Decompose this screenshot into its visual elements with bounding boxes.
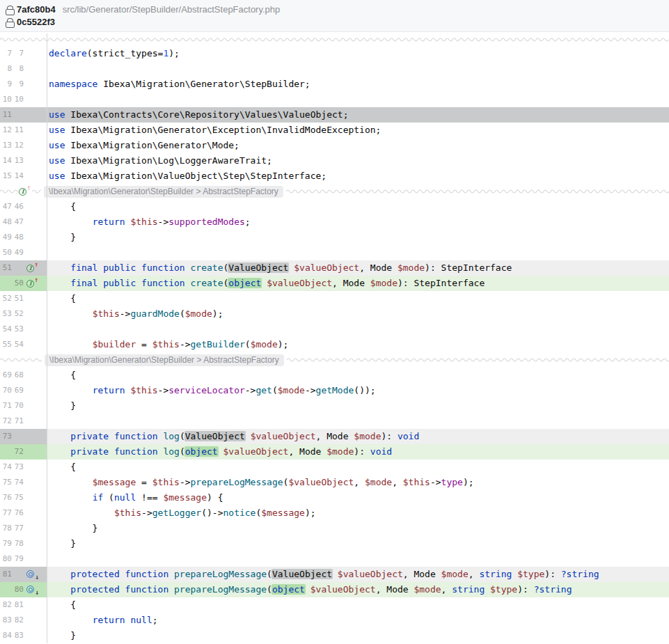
- code-line[interactable]: 4746 {: [0, 199, 669, 214]
- code-text[interactable]: [47, 92, 669, 107]
- old-line-number: 79: [1, 536, 12, 551]
- new-line-number: 49: [13, 245, 24, 260]
- collapsed-region-separator[interactable]: I↑\Ibexa\Migration\Generator\StepBuilder…: [0, 184, 669, 199]
- code-text[interactable]: }: [47, 521, 669, 536]
- diff-gutter: 8382: [0, 613, 47, 628]
- code-text[interactable]: return $this->serviceLocator->get($mode-…: [47, 383, 669, 398]
- implements-interface-member-icon[interactable]: I↑: [26, 278, 40, 289]
- code-text[interactable]: $message = $this->prepareLogMessage($val…: [47, 475, 669, 490]
- old-line-number: 54: [1, 322, 12, 337]
- code-line[interactable]: 51I↑ final public function create(ValueO…: [0, 260, 669, 276]
- code-text[interactable]: return null;: [47, 613, 669, 628]
- code-text[interactable]: $this->guardMode($mode);: [47, 306, 669, 322]
- code-text[interactable]: $this->getLogger()->notice($message);: [47, 505, 669, 521]
- code-line[interactable]: 7271: [0, 414, 669, 429]
- code-line[interactable]: 11use Ibexa\Contracts\Core\Repository\Va…: [0, 107, 669, 123]
- code-line[interactable]: 81↓ protected function prepareLogMessage…: [0, 567, 669, 582]
- code-text[interactable]: }: [47, 536, 669, 551]
- diff-gutter: 8281: [0, 597, 47, 613]
- code-text[interactable]: }: [47, 230, 669, 245]
- code-text[interactable]: {: [47, 597, 669, 613]
- code-line[interactable]: 50I↑ final public function create(object…: [0, 276, 669, 291]
- code-line[interactable]: 4948 }: [0, 230, 669, 245]
- code-text[interactable]: [47, 551, 669, 567]
- old-line-number: 7: [1, 46, 12, 61]
- code-text[interactable]: private function log(ValueObject $valueO…: [47, 429, 669, 444]
- code-text[interactable]: private function log(object $valueObject…: [47, 444, 669, 460]
- code-line[interactable]: 7776 $this->getLogger()->notice($message…: [0, 505, 669, 521]
- old-line-number: 76: [1, 490, 12, 505]
- code-text[interactable]: use Ibexa\Contracts\Core\Repository\Valu…: [47, 107, 669, 123]
- method-is-overridden-icon[interactable]: ↓: [26, 584, 40, 595]
- code-text[interactable]: declare(strict_types=1);: [47, 46, 669, 61]
- code-text[interactable]: [47, 414, 669, 429]
- code-text[interactable]: {: [47, 368, 669, 383]
- gutter-icon-slot: [26, 462, 42, 473]
- code-text[interactable]: use Ibexa\Migration\Generator\Exception\…: [47, 123, 669, 138]
- gutter-icon-slot: [26, 508, 42, 519]
- code-line[interactable]: 8281 {: [0, 597, 669, 613]
- code-line[interactable]: 5049: [0, 245, 669, 260]
- code-line[interactable]: 7069 return $this->serviceLocator->get($…: [0, 383, 669, 398]
- code-line[interactable]: 1312use Ibexa\Migration\Generator\Mode;: [0, 138, 669, 153]
- code-text[interactable]: final public function create(ValueObject…: [47, 260, 669, 276]
- code-line[interactable]: 8483 }: [0, 628, 669, 643]
- code-text[interactable]: protected function prepareLogMessage(Val…: [47, 567, 669, 582]
- code-text[interactable]: namespace Ibexa\Migration\Generator\Step…: [47, 77, 669, 92]
- code-text[interactable]: [47, 245, 669, 260]
- code-line[interactable]: 1514use Ibexa\Migration\ValueObject\Step…: [0, 168, 669, 184]
- code-text[interactable]: [47, 322, 669, 337]
- code-text[interactable]: {: [47, 199, 669, 214]
- gutter-icon-slot: [26, 324, 42, 335]
- code-line[interactable]: 5251 {: [0, 291, 669, 306]
- code-text[interactable]: [47, 61, 669, 77]
- code-text[interactable]: {: [47, 460, 669, 475]
- code-line[interactable]: 7877 }: [0, 521, 669, 536]
- code-line[interactable]: 7574 $message = $this->prepareLogMessage…: [0, 475, 669, 490]
- code-line[interactable]: 5453: [0, 322, 669, 337]
- code-text[interactable]: if (null !== $message) {: [47, 490, 669, 505]
- method-is-overridden-icon[interactable]: ↓: [26, 569, 40, 580]
- lock-icon: [6, 6, 13, 14]
- code-line[interactable]: 4847 return $this->supportedModes;: [0, 214, 669, 230]
- code-line[interactable]: 1211use Ibexa\Migration\Generator\Except…: [0, 123, 669, 138]
- code-line[interactable]: 72 private function log(object $valueObj…: [0, 444, 669, 460]
- code-text[interactable]: }: [47, 398, 669, 414]
- code-text[interactable]: final public function create(object $val…: [47, 276, 669, 291]
- new-line-number: 70: [13, 398, 24, 414]
- code-text[interactable]: use Ibexa\Migration\Generator\Mode;: [47, 138, 669, 153]
- code-line[interactable]: 7170 }: [0, 398, 669, 414]
- code-text[interactable]: protected function prepareLogMessage(obj…: [47, 582, 669, 597]
- code-line[interactable]: 6968 {: [0, 368, 669, 383]
- code-line[interactable]: 5352 $this->guardMode($mode);: [0, 306, 669, 322]
- code-text[interactable]: }: [47, 628, 669, 643]
- diff-gutter: 7574: [0, 475, 47, 490]
- code-line[interactable]: 99namespace Ibexa\Migration\Generator\St…: [0, 77, 669, 92]
- code-line[interactable]: 8382 return null;: [0, 613, 669, 628]
- code-text[interactable]: use Ibexa\Migration\Log\LoggerAwareTrait…: [47, 153, 669, 168]
- gutter-icon-slot: [26, 94, 42, 105]
- gutter-icon-slot: [26, 125, 42, 136]
- implements-interface-member-icon[interactable]: I↑: [18, 186, 32, 197]
- diff-gutter: 11: [0, 107, 47, 123]
- code-text[interactable]: use Ibexa\Migration\ValueObject\Step\Ste…: [47, 168, 669, 184]
- code-line[interactable]: 88: [0, 61, 669, 77]
- code-text[interactable]: return $this->supportedModes;: [47, 214, 669, 230]
- code-line[interactable]: 73 private function log(ValueObject $val…: [0, 429, 669, 444]
- code-line[interactable]: 77declare(strict_types=1);: [0, 46, 669, 61]
- code-line[interactable]: 8079: [0, 551, 669, 567]
- collapsed-region-separator[interactable]: \Ibexa\Migration\Generator\StepBuilder >…: [0, 352, 669, 368]
- collapsed-region-separator[interactable]: [0, 33, 669, 46]
- implements-interface-member-icon[interactable]: I↑: [26, 262, 40, 274]
- code-line[interactable]: 80↓ protected function prepareLogMessage…: [0, 582, 669, 597]
- code-line[interactable]: 1413use Ibexa\Migration\Log\LoggerAwareT…: [0, 153, 669, 168]
- code-text[interactable]: {: [47, 291, 669, 306]
- code-line[interactable]: 1010: [0, 92, 669, 107]
- code-line[interactable]: 7473 {: [0, 460, 669, 475]
- code-line[interactable]: 7675 if (null !== $message) {: [0, 490, 669, 505]
- old-line-number: 52: [1, 291, 12, 306]
- code-text[interactable]: $builder = $this->getBuilder($mode);: [47, 337, 669, 352]
- code-line[interactable]: 5554 $builder = $this->getBuilder($mode)…: [0, 337, 669, 352]
- code-line[interactable]: 7978 }: [0, 536, 669, 551]
- new-line-number: 54: [13, 337, 24, 352]
